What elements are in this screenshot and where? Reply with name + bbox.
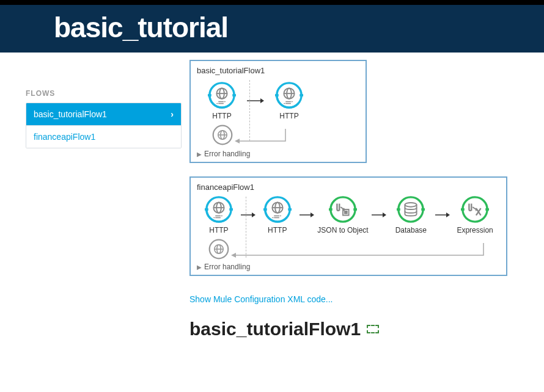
svg-rect-44 bbox=[288, 208, 292, 211]
svg-rect-64 bbox=[485, 208, 489, 211]
svg-marker-17 bbox=[283, 103, 285, 104]
svg-rect-51 bbox=[329, 208, 333, 211]
error-row bbox=[198, 124, 314, 146]
node-label: HTTP bbox=[212, 112, 231, 120]
svg-rect-19 bbox=[300, 94, 303, 96]
arrow-icon bbox=[372, 201, 386, 229]
svg-rect-32 bbox=[205, 208, 208, 211]
vertical-dashed-divider bbox=[246, 197, 246, 258]
flows-list: basic_tutorialFlow1 › financeapiFlow1 bbox=[26, 103, 182, 148]
sidebar-item-label: financeapiFlow1 bbox=[34, 132, 95, 142]
triangle-right-icon: ▶ bbox=[197, 151, 202, 158]
globe-grey-icon bbox=[208, 238, 230, 260]
svg-rect-33 bbox=[229, 208, 233, 211]
arrow-icon bbox=[435, 201, 450, 229]
svg-rect-7 bbox=[208, 94, 211, 96]
top-black-bar bbox=[0, 0, 544, 5]
svg-marker-5 bbox=[224, 101, 226, 103]
svg-marker-24 bbox=[235, 139, 240, 143]
content-area: FLOWS basic_tutorialFlow1 › financeapiFl… bbox=[0, 53, 544, 347]
vertical-dashed-divider bbox=[249, 80, 250, 141]
svg-marker-42 bbox=[271, 217, 273, 218]
svg-marker-30 bbox=[221, 216, 223, 217]
svg-point-56 bbox=[405, 203, 417, 207]
svg-rect-57 bbox=[397, 208, 400, 211]
node-row: HTTP bbox=[197, 195, 500, 234]
arrow-icon bbox=[241, 201, 255, 229]
return-arrow-icon bbox=[230, 243, 500, 255]
dashed-box-icon bbox=[367, 325, 379, 333]
sidebar: FLOWS basic_tutorialFlow1 › financeapiFl… bbox=[0, 53, 189, 148]
section-title: basic_tutorialFlow1 bbox=[189, 319, 361, 339]
flow-node-http[interactable]: HTTP bbox=[264, 81, 314, 120]
transform-icon bbox=[329, 195, 357, 223]
svg-rect-63 bbox=[461, 208, 465, 211]
database-icon bbox=[397, 195, 425, 223]
svg-rect-58 bbox=[422, 208, 425, 211]
node-label: HTTP bbox=[279, 112, 298, 120]
error-row bbox=[198, 238, 500, 260]
sidebar-item-financeapi-flow1[interactable]: financeapiFlow1 bbox=[26, 126, 181, 148]
node-label: HTTP bbox=[209, 226, 228, 234]
error-handling-label: Error handling bbox=[204, 150, 250, 158]
flow-node-http-source[interactable]: HTTP bbox=[197, 195, 241, 234]
return-arrow-icon bbox=[233, 129, 314, 141]
flow-node-http-source[interactable]: HTTP bbox=[197, 81, 247, 120]
panel-title: basic_tutorialFlow1 bbox=[197, 66, 359, 75]
svg-marker-69 bbox=[231, 253, 236, 258]
page-title: basic_tutorial bbox=[54, 11, 544, 44]
flows-section-label: FLOWS bbox=[26, 89, 189, 98]
flow-node-expression[interactable]: Expression bbox=[450, 195, 500, 234]
expression-icon bbox=[461, 195, 489, 223]
globe-icon bbox=[205, 195, 233, 223]
show-xml-link[interactable]: Show Mule Configuration XML code... bbox=[189, 294, 537, 304]
svg-rect-52 bbox=[353, 208, 357, 211]
svg-marker-16 bbox=[292, 101, 293, 103]
node-label: HTTP bbox=[268, 226, 287, 234]
sidebar-item-basic-tutorial-flow1[interactable]: basic_tutorialFlow1 › bbox=[26, 103, 181, 126]
page-header: basic_tutorial bbox=[0, 5, 544, 53]
node-row: HTTP bbox=[197, 81, 314, 120]
node-label: Database bbox=[395, 226, 427, 234]
svg-rect-8 bbox=[232, 94, 236, 96]
node-label: Expression bbox=[457, 226, 493, 234]
svg-point-61 bbox=[463, 197, 487, 222]
arrow-icon bbox=[300, 201, 314, 229]
flow-node-database[interactable]: Database bbox=[386, 195, 435, 234]
panel-title: financeapiFlow1 bbox=[197, 183, 500, 192]
globe-icon bbox=[208, 81, 236, 109]
svg-rect-43 bbox=[263, 208, 267, 211]
flow-panel-financeapi-flow1[interactable]: financeapiFlow1 bbox=[189, 176, 507, 276]
svg-rect-18 bbox=[275, 94, 279, 96]
flow-node-http[interactable]: HTTP bbox=[255, 195, 300, 234]
triangle-right-icon: ▶ bbox=[197, 264, 202, 270]
svg-marker-41 bbox=[280, 216, 282, 217]
globe-icon bbox=[263, 195, 292, 223]
main-area: basic_tutorialFlow1 bbox=[189, 53, 544, 347]
svg-marker-31 bbox=[213, 217, 215, 218]
chevron-right-icon: › bbox=[171, 109, 174, 119]
svg-marker-6 bbox=[216, 103, 218, 104]
globe-icon bbox=[275, 81, 303, 109]
globe-grey-icon bbox=[211, 124, 233, 146]
section-heading: basic_tutorialFlow1 bbox=[189, 319, 537, 339]
sidebar-item-label: basic_tutorialFlow1 bbox=[34, 109, 107, 119]
flow-panel-basic-tutorial-flow1[interactable]: basic_tutorialFlow1 bbox=[189, 60, 367, 163]
svg-rect-49 bbox=[344, 211, 348, 214]
flow-main-column: HTTP bbox=[197, 79, 314, 147]
flow-node-json-to-object[interactable]: JSON to Object bbox=[314, 195, 372, 234]
node-label: JSON to Object bbox=[317, 226, 368, 234]
